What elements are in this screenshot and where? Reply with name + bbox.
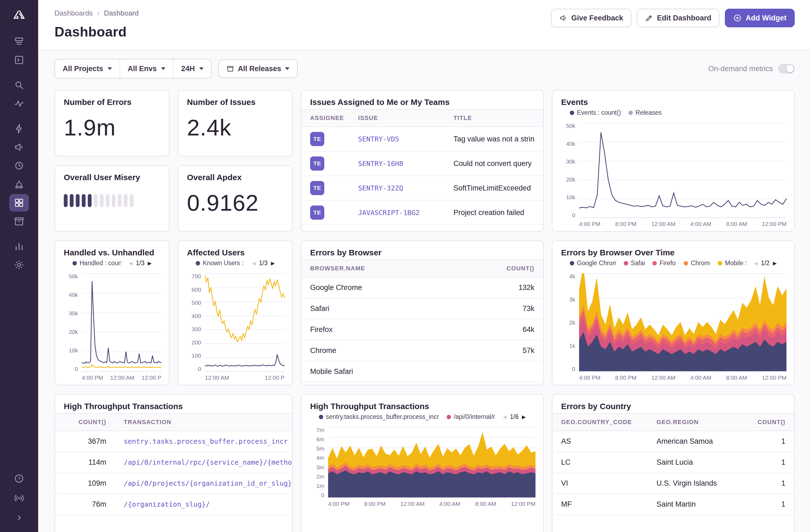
issue-link[interactable]: JAVASCRIPT-1BG2 [358,209,420,217]
widget-title: Errors by Country [561,402,785,411]
country-region: Saint Martin [648,494,745,515]
sidebar-item-whats-new[interactable] [9,489,29,507]
column-header-count[interactable]: COUNT() [55,413,115,431]
x-tick-label: 12:00 AM [400,501,425,508]
column-header-title[interactable]: TITLE [445,109,543,127]
previous-icon[interactable]: ◀ [503,414,507,420]
widget-errors-by-country[interactable]: Errors by Country GEO.COUNTRY_CODE GEO.R… [552,394,795,532]
column-header-assignee[interactable]: ASSIGNEE [302,109,349,127]
column-header-count[interactable]: COUNT() [478,260,543,277]
legend-pager[interactable]: ◀1/3▶ [252,259,275,267]
column-header-country-code[interactable]: GEO.COUNTRY_CODE [552,413,648,431]
x-tick-label: 12:00 P [142,375,161,382]
browser-name: Chrome [302,340,478,361]
previous-icon[interactable]: ◀ [128,260,133,266]
sidebar-item-replays[interactable] [9,157,29,174]
environment-filter[interactable]: All Envs [120,59,173,78]
project-filter[interactable]: All Projects [55,59,120,78]
on-demand-toggle[interactable] [778,64,795,73]
table-row[interactable]: Google Chrome132k [302,277,543,298]
column-header-browser-name[interactable]: BROWSER.NAME [302,260,478,277]
x-tick-label: 12:00 AM [651,221,676,228]
sidebar-item-crons[interactable] [9,176,29,193]
widget-high-throughput-transactions-table[interactable]: High Throughput Transactions COUNT() TRA… [55,394,293,532]
legend-pager[interactable]: ◀1/3▶ [128,259,152,267]
sidebar-item-projects[interactable] [9,51,29,69]
releases-filter[interactable]: All Releases [218,59,297,78]
next-icon[interactable]: ▶ [522,414,526,420]
widget-events[interactable]: Events Events : count() Releases 50k40k3… [552,90,795,232]
table-row[interactable]: Safari73k [302,298,543,319]
column-header-count[interactable]: COUNT() [745,413,794,431]
edit-dashboard-button[interactable]: Edit Dashboard [637,9,720,27]
table-row[interactable]: 109m/api/0/projects/{organization_id_or_… [55,473,292,494]
date-range-filter[interactable]: 24H [173,59,211,78]
table-row[interactable]: 367msentry.tasks.process_buffer.process_… [55,431,292,452]
table-row[interactable]: Chrome57k [302,340,543,361]
sidebar-item-dashboards[interactable] [9,194,29,212]
previous-icon[interactable]: ◀ [252,260,256,266]
next-icon[interactable]: ▶ [773,260,777,266]
widget-high-throughput-transactions-chart[interactable]: High Throughput Transactions sentry.task… [301,394,544,532]
sidebar-item-releases[interactable] [9,213,29,230]
sentry-logo[interactable] [9,6,29,24]
breadcrumb-dashboards[interactable]: Dashboards [55,9,93,17]
issue-link[interactable]: SENTRY-32ZQ [358,184,403,192]
widget-errors-by-browser-over-time[interactable]: Errors by Browser Over Time Google Chrom… [552,240,795,385]
issue-row[interactable]: TE SENTRY-32ZQ SoftTimeLimitExceeded [302,176,543,200]
transaction-link[interactable]: sentry.tasks.process_buffer.process_incr [124,438,288,445]
add-widget-button[interactable]: Add Widget [725,9,795,27]
widget-issues-assigned[interactable]: Issues Assigned to Me or My Teams ASSIGN… [301,90,544,232]
table-row[interactable]: VIU.S. Virgin Islands1 [552,473,794,494]
sidebar-item-issues[interactable] [9,33,29,50]
widget-overall-user-misery[interactable]: Overall User Misery [55,165,169,232]
issue-row[interactable]: TE JAVASCRIPT-1BG2 Project creation fail… [302,200,543,225]
sidebar-item-settings[interactable] [9,256,29,274]
x-axis-labels: 4:00 PM12:00 AM12:00 P [82,372,161,382]
table-row[interactable]: LCSaint Lucia1 [552,452,794,473]
next-icon[interactable]: ▶ [148,260,152,266]
issue-link[interactable]: SENTRY-VD5 [358,135,399,143]
next-icon[interactable]: ▶ [271,260,275,266]
dashboards-icon [14,197,25,208]
table-row[interactable]: Firefox64k [302,319,543,340]
country-region: U.S. Virgin Islands [648,473,745,494]
y-axis-labels: 7m6m5m4m3m2m1m0 [306,427,324,498]
sidebar-item-profiling[interactable] [9,120,29,137]
legend-pager[interactable]: ◀1/6▶ [503,413,526,421]
sidebar-item-discover[interactable] [9,76,29,94]
column-header-region[interactable]: GEO.REGION [648,413,745,431]
widget-number-of-errors[interactable]: Number of Errors 1.9m [55,90,169,156]
previous-icon[interactable]: ◀ [754,260,758,266]
sidebar-item-performance[interactable] [9,95,29,112]
transaction-link[interactable]: /api/0/projects/{organization_id_or_slug… [124,480,292,487]
issue-link[interactable]: SENTRY-16H8 [358,160,403,168]
column-header-transaction[interactable]: TRANSACTION [115,413,292,431]
widget-affected-users[interactable]: Affected Users Known Users : cour ◀1/3▶ … [178,240,293,385]
table-row[interactable]: 114m/api/0/internal/rpc/{service_name}/{… [55,452,292,473]
widget-errors-by-browser[interactable]: Errors by Browser BROWSER.NAME COUNT() G… [301,240,544,385]
table-row[interactable]: MFSaint Martin1 [552,494,794,515]
widget-handled-vs-unhandled[interactable]: Handled vs. Unhandled Handled : count() … [55,240,169,385]
transaction-link[interactable]: /api/0/internal/rpc/{service_name}/{meth… [124,458,292,466]
x-tick-label: 12:00 PM [762,375,786,382]
table-row[interactable]: Mobile Safari [302,361,543,382]
widget-overall-apdex[interactable]: Overall Apdex 0.9162 [178,165,293,232]
column-header-issue[interactable]: ISSUE [349,109,445,127]
give-feedback-button[interactable]: Give Feedback [551,9,631,27]
chart-legend: Events : count() Releases [561,107,785,116]
sidebar-item-help[interactable]: ? [9,470,29,487]
sidebar-collapse-toggle[interactable] [9,509,29,527]
sidebar-item-stats[interactable] [9,238,29,255]
transaction-link[interactable]: /{organization_slug}/ [124,500,210,508]
legend-label: sentry.tasks.process_buffer.process_incr [326,413,439,421]
issue-row[interactable]: TE SENTRY-16H8 Could not convert query [302,151,543,176]
table-row[interactable]: 76m/{organization_slug}/ [55,494,292,515]
legend-pager[interactable]: ◀1/2▶ [754,259,777,267]
table-row[interactable]: ASAmerican Samoa1 [552,431,794,452]
issue-title: Project creation failed [445,200,543,225]
widget-number-of-issues[interactable]: Number of Issues 2.4k [178,90,293,156]
issue-row[interactable]: TE SENTRY-VD5 Tag value was not a strin [302,127,543,151]
filter-bar: All Projects All Envs 24H All Releases O… [55,59,795,78]
sidebar-item-user-feedback[interactable] [9,138,29,156]
